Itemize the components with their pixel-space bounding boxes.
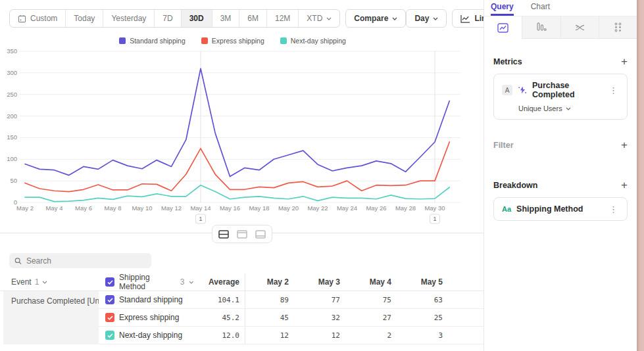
chevron-down-icon [42, 281, 47, 284]
top-view-icon [237, 230, 247, 239]
breakdown-card[interactable]: Aa Shipping Method ⋮ [493, 197, 628, 221]
tab-flow-chart[interactable] [561, 16, 599, 39]
interval-button[interactable]: Day [406, 9, 447, 28]
table-search [9, 253, 151, 268]
add-filter-button[interactable]: + [621, 139, 628, 151]
chevron-down-icon[interactable] [189, 281, 194, 284]
series-checkbox[interactable] [105, 331, 114, 340]
svg-text:1: 1 [433, 216, 436, 222]
metrics-heading: Metrics [493, 57, 522, 66]
legend-item-express[interactable]: Express shipping [201, 37, 264, 45]
tab-query[interactable]: Query [491, 2, 514, 16]
date-range-12m[interactable]: 12M [267, 10, 299, 27]
cell-value: 75 [348, 296, 399, 304]
check-icon [107, 333, 113, 338]
cell-value: 45 [245, 314, 297, 322]
check-icon [107, 298, 113, 302]
metric-name: Purchase Completed [532, 81, 603, 99]
date-range-6m[interactable]: 6M [239, 10, 267, 27]
dot-grid-icon [614, 22, 622, 32]
series-label: Express shipping [119, 313, 179, 322]
date-range-label: 3M [220, 14, 232, 23]
flow-icon [574, 23, 585, 32]
tab-bar-chart[interactable] [522, 16, 560, 39]
add-metric-button[interactable]: + [621, 56, 628, 67]
average-value: 12.0 [194, 331, 245, 340]
legend-item-nextday[interactable]: Next-day shipping [280, 37, 346, 45]
date-range-custom[interactable]: Custom [10, 10, 66, 27]
svg-text:May 24: May 24 [337, 204, 357, 212]
series-checkbox[interactable] [105, 313, 114, 322]
layout-toggle-group [212, 225, 272, 243]
event-cell[interactable]: Purchase Completed [Uni... [3, 291, 99, 344]
layout-bottom-view-button[interactable] [252, 227, 269, 241]
method-column-header: Shipping Method 3 [99, 273, 194, 291]
event-column-label: Event [11, 277, 32, 287]
date-range-label: Today [74, 14, 95, 23]
date-range-30d[interactable]: 30D [182, 10, 212, 27]
date-range-7d[interactable]: 7D [155, 10, 181, 27]
date-range-yesterday[interactable]: Yesterday [103, 10, 155, 27]
legend-label: Express shipping [212, 37, 264, 45]
line-chart-icon [497, 23, 508, 33]
svg-text:200: 200 [7, 112, 17, 120]
table-header-row: Event 1 Shipping Method 3 Average May 2 … [0, 273, 483, 291]
metrics-section-header: Metrics + [493, 56, 628, 67]
search-icon [14, 257, 22, 265]
breakdown-section-header: Breakdown + [493, 179, 628, 191]
search-input[interactable] [26, 256, 146, 266]
property-type-badge: Aa [502, 205, 511, 213]
cell-value: 63 [399, 296, 451, 304]
check-icon [107, 316, 113, 320]
breakdown-table: Event 1 Shipping Method 3 Average May 2 … [0, 273, 483, 344]
layout-split-view-button[interactable] [215, 227, 232, 241]
cell-value: 89 [245, 296, 297, 304]
add-breakdown-button[interactable]: + [621, 179, 628, 191]
bottom-view-icon [255, 230, 266, 239]
tab-dot-grid[interactable] [599, 16, 637, 39]
filter-section-header: Filter + [493, 139, 628, 151]
breakdown-menu-button[interactable]: ⋮ [608, 205, 619, 214]
window-edge [637, 0, 644, 351]
svg-text:May 10: May 10 [132, 204, 152, 212]
table-row: Express shipping 45.2 45 32 27 25 [99, 309, 483, 327]
chevron-down-icon [326, 17, 332, 20]
cell-value: 12 [245, 331, 297, 340]
legend-swatch [201, 37, 208, 44]
svg-text:May 8: May 8 [105, 204, 122, 212]
date-range-label: 12M [275, 14, 290, 23]
metric-menu-button[interactable]: ⋮ [608, 86, 619, 95]
tab-line-chart[interactable] [484, 16, 522, 39]
date-columns: May 2 May 3 May 4 May 5 [245, 273, 451, 291]
breakdown-property-name: Shipping Method [516, 204, 603, 214]
split-view-icon [218, 230, 229, 239]
panel-divider [0, 233, 483, 233]
svg-text:50: 50 [10, 177, 17, 184]
table-row: Standard shipping 104.1 89 77 75 63 [99, 291, 483, 309]
select-all-checkbox[interactable] [105, 277, 114, 287]
legend-swatch [119, 37, 126, 44]
line-chart[interactable]: 050100150200250300350May 2May 4May 6May … [0, 46, 483, 225]
event-spark-icon [518, 85, 527, 95]
legend-item-standard[interactable]: Standard shipping [119, 37, 186, 45]
date-range-today[interactable]: Today [66, 10, 103, 27]
cell-value: 25 [399, 314, 451, 322]
compare-button[interactable]: Compare [345, 9, 406, 28]
date-range-xtd[interactable]: XTD [299, 10, 339, 27]
date-range-3m[interactable]: 3M [212, 10, 240, 27]
svg-text:May 14: May 14 [190, 204, 211, 212]
series-checkbox[interactable] [105, 295, 114, 304]
tab-chart[interactable]: Chart [531, 2, 550, 16]
legend-label: Next-day shipping [291, 37, 346, 45]
interval-label: Day [414, 14, 429, 23]
svg-text:350: 350 [7, 47, 17, 55]
event-column-header[interactable]: Event 1 [0, 277, 99, 287]
event-count: 1 [35, 277, 39, 287]
svg-text:May 28: May 28 [395, 204, 416, 212]
metric-card[interactable]: A Purchase Completed ⋮ Unique Users [493, 74, 628, 120]
average-column-header: Average [194, 277, 245, 287]
measure-selector[interactable]: Unique Users [518, 105, 619, 112]
layout-top-view-button[interactable] [234, 227, 251, 241]
date-column-header: May 4 [348, 277, 399, 287]
date-range-label: XTD [307, 14, 322, 23]
